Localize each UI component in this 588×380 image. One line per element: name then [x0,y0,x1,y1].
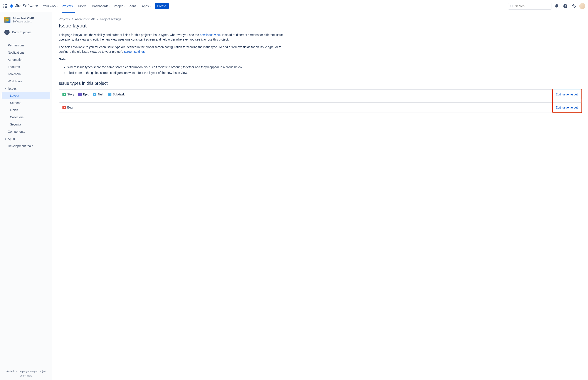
sidebar-item-features[interactable]: Features [2,63,50,70]
sidebar-item-screens[interactable]: Screens [2,99,50,106]
svg-rect-5 [109,94,110,94]
sidebar-item-automation[interactable]: Automation [2,56,50,63]
app-switcher-icon[interactable] [3,3,8,9]
bug-icon [62,106,66,109]
back-label: Back to project [12,31,33,34]
screen-settings-link[interactable]: screen settings [124,50,145,53]
chevron-down-icon: ▾ [4,87,8,90]
chevron-down-icon: ▾ [137,5,138,7]
divider [3,39,49,39]
chevron-down-icon: ▾ [124,5,125,7]
nav-item-apps[interactable]: Apps▾ [140,3,152,10]
user-avatar[interactable] [579,3,585,9]
sidebar-items: PermissionsNotificationsAutomationFeatur… [0,41,52,367]
chevron-right-icon: ▸ [4,137,8,140]
jira-logo[interactable]: Jira Software [10,4,38,8]
edit-issue-layout-link[interactable]: Edit issue layout [555,93,578,96]
breadcrumb-item[interactable]: Allen test CMP [75,18,95,21]
issue-type-rows: StoryEpicTaskSub-taskEdit issue layoutBu… [59,89,582,113]
settings-icon[interactable] [571,3,578,10]
section-title: Issue types in this project [59,81,582,86]
project-name: Allen test CMP [13,17,34,20]
note-list: Where issue types share the same screen … [68,65,582,76]
sidebar-item-toolchain[interactable]: Toolchain [2,71,50,77]
issue-type-subtask: Sub-task [108,93,125,96]
search-icon [510,4,513,8]
epic-icon [78,93,82,96]
svg-rect-4 [64,94,65,95]
breadcrumb-item[interactable]: Projects [59,18,70,21]
note-item: Where issue types share the same screen … [68,65,582,70]
top-navigation: Jira Software Your work▾Projects▾Filters… [0,0,588,12]
issue-type-task: Task [93,93,104,96]
svg-point-7 [64,107,65,108]
description-2: The fields available to you for each iss… [59,45,289,54]
breadcrumb: Projects/Allen test CMP/Project settings [59,18,582,21]
edit-issue-layout-link[interactable]: Edit issue layout [555,106,578,109]
project-icon [4,17,10,23]
task-icon [93,93,96,96]
sidebar-item-collectors[interactable]: Collectors [2,114,50,121]
main-content: Projects/Allen test CMP/Project settings… [52,12,588,380]
sidebar-footer: You're in a company-managed project Lear… [0,367,52,380]
svg-line-1 [512,6,513,7]
note-item: Field order in the global screen configu… [68,70,582,76]
svg-point-0 [511,5,512,7]
svg-text:?: ? [565,4,566,8]
description-1: This page lets you set the visibility an… [59,33,289,42]
sidebar-item-notifications[interactable]: Notifications [2,49,50,56]
svg-rect-6 [110,94,110,95]
project-header: Allen test CMP Software project [0,12,52,25]
issue-type-epic: Epic [78,93,89,96]
sidebar-item-components[interactable]: Components [2,128,50,135]
learn-more-link[interactable]: Learn more [2,374,50,377]
breadcrumb-item[interactable]: Project settings [100,18,121,21]
project-type: Software project [13,20,34,23]
sidebar-item-issues[interactable]: ▾Issues [2,85,50,92]
page-title: Issue layout [59,23,582,29]
chevron-down-icon: ▾ [57,5,58,7]
nav-item-dashboards[interactable]: Dashboards▾ [91,3,112,10]
notifications-icon[interactable] [553,3,560,10]
create-button[interactable]: Create [155,3,169,9]
sidebar-item-layout[interactable]: Layout [2,92,50,99]
chevron-down-icon: ▾ [150,5,151,7]
new-issue-view-link[interactable]: new issue view [200,33,220,37]
nav-items: Your work▾Projects▾Filters▾Dashboards▾Pe… [42,3,508,10]
nav-item-your-work[interactable]: Your work▾ [42,3,60,10]
issue-type-row: StoryEpicTaskSub-taskEdit issue layout [59,89,582,99]
sidebar-item-development-tools[interactable]: Development tools [2,143,50,150]
issue-type-bug: Bug [62,106,73,109]
nav-item-projects[interactable]: Projects▾ [60,3,76,10]
sidebar-item-security[interactable]: Security [2,121,50,128]
back-arrow-icon [4,30,10,35]
search-input[interactable] [515,4,549,8]
jira-diamond-icon [10,4,14,8]
issue-type-row: BugEdit issue layout [59,102,582,113]
footer-text: You're in a company-managed project [6,370,46,373]
logo-text: Jira Software [15,4,38,8]
issue-type-story: Story [62,93,74,96]
sidebar-item-apps[interactable]: ▸Apps [2,135,50,142]
nav-item-people[interactable]: People▾ [113,3,127,10]
back-to-project[interactable]: Back to project [0,27,52,37]
story-icon [62,93,66,96]
chevron-down-icon: ▾ [87,5,88,7]
sidebar-item-workflows[interactable]: Workflows [2,78,50,85]
nav-item-plans[interactable]: Plans▾ [127,3,140,10]
nav-right: ? [508,3,585,10]
sidebar: Allen test CMP Software project Back to … [0,12,52,380]
chevron-down-icon: ▾ [109,5,110,7]
sidebar-item-permissions[interactable]: Permissions [2,42,50,49]
note-label: Note: [59,57,289,62]
help-icon[interactable]: ? [562,3,569,10]
nav-item-filters[interactable]: Filters▾ [77,3,90,10]
chevron-down-icon: ▾ [73,5,75,7]
search-box[interactable] [508,3,552,10]
subtask-icon [108,93,111,96]
sidebar-item-fields[interactable]: Fields [2,107,50,114]
